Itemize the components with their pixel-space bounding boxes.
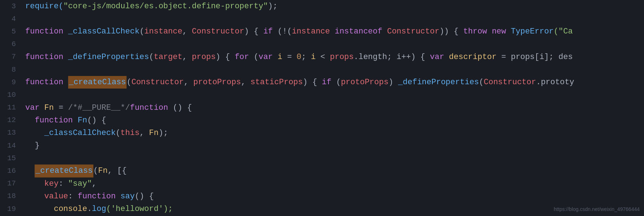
token: ); [159, 127, 168, 139]
token: ('helloword'); [106, 203, 173, 215]
token: ( [479, 76, 484, 89]
line-number: 9 [6, 76, 16, 89]
token [487, 25, 492, 38]
token [444, 51, 449, 63]
token: if [322, 76, 331, 89]
token [273, 51, 278, 63]
token [506, 25, 511, 38]
token: target [154, 51, 182, 63]
token: () { [87, 114, 106, 127]
token: var [430, 51, 444, 63]
token: "core-js/modules/es.object.define-proper… [63, 0, 268, 13]
line-number: 18 [6, 190, 16, 203]
token: console [54, 203, 87, 215]
code-line: function Fn() { [25, 114, 644, 127]
token: log [92, 203, 106, 215]
line-number: 4 [6, 13, 16, 25]
token: protoProps [341, 76, 388, 89]
token [63, 25, 68, 38]
line-number: 11 [6, 102, 16, 114]
token: props[i]; des [511, 51, 573, 63]
token: value [44, 190, 68, 203]
token: TypeError [511, 25, 554, 38]
token [63, 76, 68, 89]
token: instance [292, 25, 330, 38]
code-line: require("core-js/modules/es.object.defin… [25, 0, 644, 13]
token: ); [268, 0, 277, 13]
code-line [25, 38, 644, 51]
code-line [25, 63, 644, 76]
line-number: 5 [6, 25, 16, 38]
token: ( [127, 76, 131, 89]
token: ( [140, 25, 144, 38]
token: (!( [273, 25, 292, 38]
token: _classCallCheck [68, 25, 140, 38]
token: staticProps [251, 76, 303, 89]
token: ("Ca [554, 25, 573, 38]
token: ( [149, 51, 154, 63]
token: ( [116, 127, 120, 139]
token: Constructor [192, 25, 244, 38]
token: ( [93, 165, 98, 177]
token: () { [168, 102, 192, 114]
token: var [259, 51, 273, 63]
token: ) [388, 76, 398, 89]
line-number: 19 [6, 203, 16, 215]
token [25, 177, 44, 190]
token: )) { [440, 25, 463, 38]
token: Fn [44, 102, 54, 114]
token: () { [135, 190, 154, 203]
line-number: 12 [6, 114, 16, 127]
token: Fn [149, 127, 158, 139]
token: , [182, 51, 192, 63]
token: ) { [411, 51, 430, 63]
token [25, 165, 35, 177]
token: throw [463, 25, 487, 38]
token: _defineProperties [398, 76, 479, 89]
token: function [35, 114, 73, 127]
token: : [68, 190, 78, 203]
token: var [25, 102, 40, 114]
token: , [{ [107, 165, 127, 177]
token: props [330, 51, 354, 63]
token: /*#__PURE__*/ [68, 102, 130, 114]
line-number: 10 [6, 89, 16, 101]
token: if [263, 25, 273, 38]
token: say [120, 190, 135, 203]
token: this [120, 127, 140, 139]
token: function [25, 76, 63, 89]
token: = [497, 51, 511, 63]
code-line: _classCallCheck(this, Fn); [25, 127, 644, 139]
line-number: 13 [6, 127, 16, 139]
token [73, 114, 78, 127]
token: Constructor [131, 76, 184, 89]
code-line: var Fn = /*#__PURE__*/function () { [25, 102, 644, 114]
token: , [182, 25, 192, 38]
line-numbers: 345678910111213141516171819 [0, 0, 22, 216]
token: .prototy [536, 76, 574, 89]
code-line [25, 89, 644, 101]
token: ; [301, 51, 311, 63]
token [25, 127, 44, 139]
token: ) { [303, 76, 322, 89]
token: ( [249, 51, 259, 63]
token: Fn [98, 165, 107, 177]
line-number: 16 [6, 165, 16, 177]
token: = [54, 102, 68, 114]
code-line: function _defineProperties(target, props… [25, 51, 644, 63]
token [63, 51, 68, 63]
token: "say" [68, 177, 92, 190]
token: _createClass [35, 165, 93, 177]
token: function [78, 190, 116, 203]
token: i [311, 51, 316, 63]
token: } [25, 139, 40, 152]
token: protoProps [193, 76, 241, 89]
token: .length; [354, 51, 397, 63]
token: . [87, 203, 92, 215]
token: descriptor [449, 51, 497, 63]
code-line: value: function say() { [25, 190, 644, 203]
token [116, 190, 120, 203]
token: , [241, 76, 250, 89]
token: i++ [397, 51, 411, 63]
token [330, 25, 335, 38]
